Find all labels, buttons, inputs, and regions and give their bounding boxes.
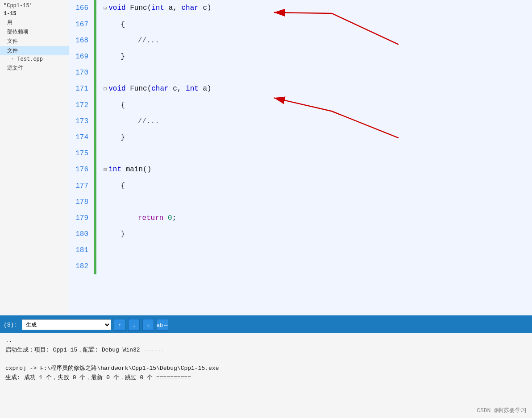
code-container[interactable]: 166 ⊟void Func(int a, char c) 167 { 168: [69, 0, 532, 315]
code-line-177: {: [96, 178, 532, 194]
code-line-167: {: [96, 17, 532, 33]
line-num-182: 182: [69, 258, 94, 274]
sidebar-item-5[interactable]: 文件: [0, 46, 69, 55]
code-line-172: {: [96, 97, 532, 113]
code-line-171: ⊟void Func(char c, int a): [96, 81, 532, 97]
code-line-176: ⊟int main(): [96, 161, 532, 178]
code-line-169: }: [96, 49, 532, 65]
line-num-181: 181: [69, 242, 94, 258]
output-line-4: cxproj -> F:\程序员的修炼之路\hardwork\Cpp1-15\D…: [5, 364, 527, 373]
sidebar-item-3[interactable]: 部依赖项: [0, 27, 69, 37]
code-row-176: 176 ⊟int main(): [69, 161, 532, 178]
code-row-167: 167 {: [69, 17, 532, 33]
code-line-166: ⊟void Func(int a, char c): [96, 0, 532, 17]
output-line-5: 生成: 成功 1 个，失败 0 个，最新 0 个，跳过 0 个 ========…: [5, 373, 527, 383]
sidebar: "Cpp1-15' 1-15 用 部依赖项 文件 文件 · Test.cpp 源…: [0, 0, 69, 315]
line-num-167: 167: [69, 17, 94, 33]
toolbar-btn-1[interactable]: ↑: [114, 319, 125, 331]
code-line-173: //...: [96, 113, 532, 129]
code-row-175: 175: [69, 145, 532, 161]
sidebar-item-6[interactable]: · Test.cpp: [0, 55, 69, 63]
output-area: .. 启动生成：项目: Cpp1-15，配置: Debug Win32 ----…: [0, 333, 532, 418]
code-row-173: 173 //...: [69, 113, 532, 129]
output-line-1: ..: [5, 336, 527, 346]
line-num-178: 178: [69, 194, 94, 210]
code-row-179: 179 return 0;: [69, 210, 532, 226]
sidebar-item-1[interactable]: 1-15: [0, 10, 69, 18]
line-num-171: 171: [69, 81, 94, 97]
code-line-179: return 0;: [96, 210, 532, 226]
code-row-174: 174 }: [69, 129, 532, 145]
code-line-180: }: [96, 226, 532, 242]
sidebar-item-2[interactable]: 用: [0, 18, 69, 27]
line-num-169: 169: [69, 49, 94, 65]
code-line-174: }: [96, 129, 532, 145]
line-num-175: 175: [69, 145, 94, 161]
sidebar-item-0[interactable]: "Cpp1-15': [0, 2, 69, 10]
toolbar-btn-2[interactable]: ↓: [128, 319, 140, 331]
line-num-168: 168: [69, 33, 94, 49]
line-num-177: 177: [69, 178, 94, 194]
code-line-178: [96, 194, 532, 210]
line-num-170: 170: [69, 65, 94, 81]
collapse-166[interactable]: ⊟: [104, 5, 107, 12]
line-num-179: 179: [69, 210, 94, 226]
sidebar-item-7[interactable]: 源文件: [0, 63, 69, 73]
toolbar-label: (S):: [4, 322, 17, 328]
code-row-180: 180 }: [69, 226, 532, 242]
code-row-166: 166 ⊟void Func(int a, char c): [69, 0, 532, 17]
code-row-169: 169 }: [69, 49, 532, 65]
code-table: 166 ⊟void Func(int a, char c) 167 { 168: [69, 0, 532, 274]
collapse-176[interactable]: ⊟: [104, 167, 107, 173]
line-num-166: 166: [69, 0, 94, 17]
output-line-3: [5, 355, 527, 364]
code-row-168: 168 //...: [69, 33, 532, 49]
code-line-181: [96, 242, 532, 258]
code-line-170: [96, 65, 532, 81]
toolbar-btn-3[interactable]: ≡: [142, 319, 154, 331]
output-type-select[interactable]: 生成 调试 发布: [22, 319, 111, 330]
code-row-172: 172 {: [69, 97, 532, 113]
code-row-182: 182: [69, 258, 532, 274]
code-line-175: [96, 145, 532, 161]
line-num-173: 173: [69, 113, 94, 129]
code-row-171: 171 ⊟void Func(char c, int a): [69, 81, 532, 97]
editor-area: 166 ⊟void Func(int a, char c) 167 { 168: [69, 0, 532, 315]
code-line-168: //...: [96, 33, 532, 49]
code-line-182: [96, 258, 532, 274]
line-num-172: 172: [69, 97, 94, 113]
collapse-171[interactable]: ⊟: [104, 86, 107, 92]
line-num-180: 180: [69, 226, 94, 242]
code-row-177: 177 {: [69, 178, 532, 194]
bottom-toolbar: (S): 生成 调试 发布 ↑ ↓ ≡ ab↔: [0, 317, 532, 333]
code-row-170: 170: [69, 65, 532, 81]
toolbar-btn-4[interactable]: ab↔: [157, 319, 168, 331]
line-num-176: 176: [69, 161, 94, 178]
main-area: "Cpp1-15' 1-15 用 部依赖项 文件 文件 · Test.cpp 源…: [0, 0, 532, 315]
line-num-174: 174: [69, 129, 94, 145]
bottom-panel: (S): 生成 调试 发布 ↑ ↓ ≡ ab↔ .. 启动生成：项目: Cpp1…: [0, 315, 532, 418]
code-row-181: 181: [69, 242, 532, 258]
sidebar-item-4[interactable]: 文件: [0, 37, 69, 46]
code-row-178: 178: [69, 194, 532, 210]
output-line-2: 启动生成：项目: Cpp1-15，配置: Debug Win32 ------: [5, 346, 527, 355]
